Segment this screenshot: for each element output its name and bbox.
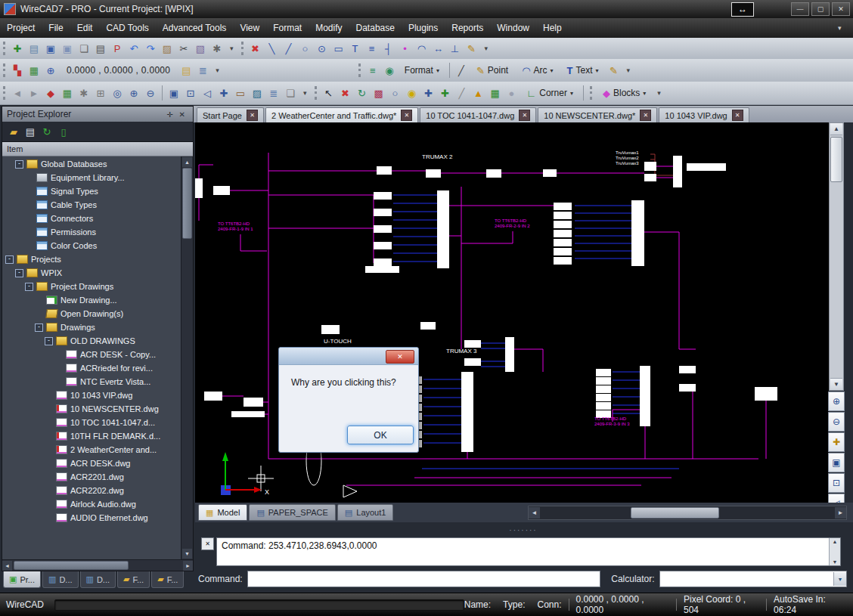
menu-item[interactable]: Format: [266, 20, 309, 36]
tab-close-icon[interactable]: ✕: [519, 110, 530, 121]
tree-expander[interactable]: -: [15, 269, 23, 277]
forward-icon[interactable]: ►: [26, 85, 42, 101]
scrollbar-thumb[interactable]: [182, 168, 192, 239]
layout-tab[interactable]: ▦ Model: [198, 504, 247, 521]
divide-icon[interactable]: ╱: [454, 85, 470, 101]
scroll-down-icon[interactable]: ▼: [830, 378, 842, 390]
maximize-button[interactable]: ▢: [811, 2, 830, 16]
snap-grid-icon[interactable]: ▦: [488, 85, 503, 101]
save-all-icon[interactable]: ▣: [60, 41, 75, 56]
sketch-icon[interactable]: ✎: [606, 63, 622, 78]
menu-item[interactable]: Window: [490, 20, 536, 36]
menu-item[interactable]: Database: [349, 20, 402, 36]
print-icon[interactable]: ▤: [93, 41, 108, 56]
tree-item[interactable]: - Projects: [2, 252, 181, 266]
back-icon[interactable]: ◄: [10, 85, 25, 101]
id-point-icon[interactable]: ⊕: [43, 63, 58, 78]
toolbar-overflow-icon[interactable]: ▾: [485, 45, 489, 52]
document-tab[interactable]: Start Page ✕: [197, 107, 264, 122]
arc-button[interactable]: ◠ Arc ▾: [516, 61, 558, 79]
tools-icon[interactable]: ⊞: [93, 85, 108, 101]
zoom-previous-icon[interactable]: ◁: [200, 85, 215, 101]
scroll-up-icon[interactable]: ▲: [182, 157, 192, 167]
tree-expander[interactable]: -: [25, 283, 33, 291]
corner-button[interactable]: ∟ Corner ▾: [522, 84, 578, 102]
toolbar-overflow-icon[interactable]: ▾: [657, 89, 661, 97]
layout-tab[interactable]: ▤ Layout1: [337, 504, 394, 521]
command-history-box[interactable]: Command: 253.4710,238.6943,0.0000 ▲ ▼: [216, 537, 841, 566]
zoom-out-icon[interactable]: ⊖: [143, 85, 158, 101]
document-tab[interactable]: 10 NEWSCENTER.dwg* ✕: [538, 107, 657, 122]
toolbar-grip[interactable]: [315, 86, 317, 100]
zoom-extents-button[interactable]: ⊡: [828, 473, 845, 493]
tree-item[interactable]: Open Drawing(s): [2, 307, 181, 320]
break-icon[interactable]: ┤: [381, 41, 396, 56]
console-close-icon[interactable]: ✕: [201, 537, 214, 550]
redline-icon[interactable]: ◆: [43, 85, 58, 101]
toolbar-overflow-icon[interactable]: ▾: [230, 45, 234, 52]
toolbar-grip[interactable]: [3, 63, 5, 77]
pan-icon[interactable]: ✚: [216, 85, 231, 101]
toolbar-overflow-icon[interactable]: ▾: [303, 89, 307, 97]
scroll-up-icon[interactable]: ▲: [830, 123, 842, 135]
zoom-in-button[interactable]: ⊕: [828, 392, 845, 411]
new-drawing-icon[interactable]: ▤: [23, 124, 38, 139]
scroll-down-icon[interactable]: ▼: [182, 549, 192, 559]
tree-item[interactable]: 10TH FLR DEMARK.d...: [2, 429, 181, 443]
copy-icon[interactable]: ❏: [76, 41, 92, 56]
blocks-button[interactable]: ◆ Blocks ▾: [597, 84, 651, 102]
tree-item[interactable]: ACR DESK - Copy...: [2, 348, 181, 361]
layers-panel-icon[interactable]: ≣: [195, 63, 210, 78]
visibility-icon[interactable]: ◉: [382, 63, 397, 78]
point-tool-icon[interactable]: •: [398, 41, 413, 56]
tree-item[interactable]: Permissions: [2, 225, 181, 239]
polyline-icon[interactable]: ╱: [281, 41, 296, 56]
calculator-combobox[interactable]: ▼: [659, 571, 847, 587]
zoom-extents-icon[interactable]: ⊡: [183, 85, 198, 101]
toolbar-grip[interactable]: [358, 63, 361, 77]
dimension-icon[interactable]: ↔: [431, 41, 446, 56]
text-tool-icon[interactable]: T: [348, 41, 363, 56]
tree-item[interactable]: NTC Evertz Vista...: [2, 375, 181, 388]
tree-item[interactable]: Signal Types: [2, 184, 181, 198]
dock-tab[interactable]: ▰ F...: [117, 571, 150, 588]
cut-icon[interactable]: ✂: [176, 41, 191, 56]
tree-item[interactable]: - Drawings: [2, 320, 181, 334]
point-button[interactable]: ✎ Point: [471, 61, 513, 79]
select-icon[interactable]: ↖: [321, 85, 337, 101]
options-gear-icon[interactable]: ✱: [209, 41, 225, 56]
dialog-title-bar[interactable]: ✕: [279, 348, 418, 365]
tree-item[interactable]: 10 NEWSCENTER.dwg: [2, 402, 181, 416]
copy-tool-icon[interactable]: ❏: [283, 85, 298, 101]
circle-icon[interactable]: ○: [298, 41, 313, 56]
dock-tab[interactable]: ▥ D...: [80, 571, 116, 588]
settings-icon[interactable]: ✱: [76, 85, 92, 101]
command-input[interactable]: [247, 571, 601, 587]
paste-special-icon[interactable]: ▧: [193, 41, 208, 56]
zoom-window-icon[interactable]: ▣: [166, 85, 181, 101]
warning-icon[interactable]: ▲: [471, 85, 486, 101]
tree-expander[interactable]: -: [5, 255, 14, 264]
tree-item[interactable]: ACR DESK.dwg: [2, 457, 181, 470]
scroll-right-icon[interactable]: ►: [835, 507, 846, 518]
zoom-window-button[interactable]: ▣: [828, 453, 845, 472]
canvas-vertical-scrollbar[interactable]: ▲ ▼: [829, 122, 844, 391]
tree-item[interactable]: - Project Drawings: [2, 280, 181, 293]
text-button[interactable]: T Text ▾: [562, 61, 604, 79]
new-drawing-icon[interactable]: ✚: [10, 41, 25, 56]
layer-list-icon[interactable]: ≣: [266, 85, 281, 101]
rectangle-icon[interactable]: ▭: [331, 41, 346, 56]
scroll-down-icon[interactable]: ▼: [833, 559, 838, 565]
scrollbar-thumb[interactable]: [830, 137, 842, 182]
scroll-left-icon[interactable]: ◄: [2, 561, 12, 571]
line-icon[interactable]: ╲: [265, 41, 280, 56]
new-project-icon[interactable]: ▤: [26, 41, 42, 56]
menu-item[interactable]: View: [233, 20, 266, 36]
delete-icon[interactable]: ✖: [338, 85, 353, 101]
ellipse-icon[interactable]: ⊙: [315, 41, 330, 56]
menu-item[interactable]: Project: [0, 20, 42, 36]
undo-icon[interactable]: ↶: [126, 41, 141, 56]
notes-icon[interactable]: ▤: [178, 63, 194, 78]
dialog-close-button[interactable]: ✕: [386, 350, 414, 364]
ok-button[interactable]: OK: [347, 426, 414, 444]
